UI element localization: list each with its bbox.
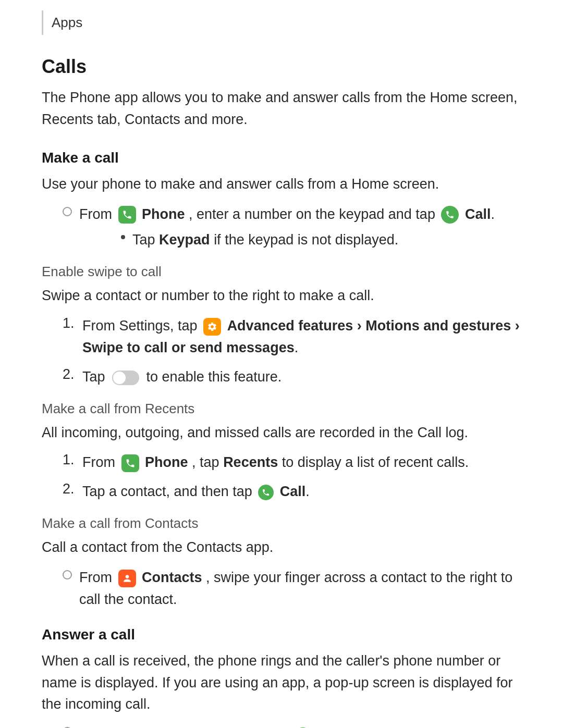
recents-step2-period: . — [305, 484, 310, 499]
sub-bullet-post: if the keypad is not displayed. — [214, 232, 398, 248]
recents-step1: 1. From Phone , tap Recents to display a… — [63, 452, 521, 474]
make-a-call-heading: Make a call — [42, 150, 521, 166]
recents-step1-app: Phone — [145, 454, 188, 470]
intro-text: The Phone app allows you to make and ans… — [42, 87, 521, 131]
swipe-step2: 2. Tap to enable this feature. — [63, 366, 521, 388]
contacts-app-icon — [118, 570, 136, 587]
recents-step1-post: , tap — [192, 454, 219, 470]
step1-number: 1. — [63, 315, 77, 331]
bullet-circle-icon — [63, 207, 72, 216]
contacts-bullet-pre: From — [79, 570, 112, 585]
recents-step1-bold: Recents — [223, 454, 278, 470]
bullet1-pre: From — [79, 206, 112, 222]
bullet1-call-label: Call — [465, 206, 491, 222]
recents-heading: Make a call from Recents — [42, 401, 521, 417]
recents-body: All incoming, outgoing, and missed calls… — [42, 422, 521, 444]
step2-number: 2. — [63, 366, 77, 382]
call-icon-recents-step2 — [258, 485, 274, 500]
step1-content: From Settings, tap Advanced features › M… — [82, 315, 521, 359]
enable-swipe-body: Swipe a contact or number to the right t… — [42, 285, 521, 307]
step2-content: Tap to enable this feature. — [82, 366, 282, 388]
settings-app-icon — [203, 318, 221, 336]
contacts-heading: Make a call from Contacts — [42, 515, 521, 532]
call-icon-green — [441, 206, 459, 224]
contacts-body: Call a contact from the Contacts app. — [42, 537, 521, 559]
contacts-bullet-circle — [63, 570, 72, 579]
sub-bullet-bold: Keypad — [159, 232, 210, 248]
answer-a-call-heading: Answer a call — [42, 626, 521, 643]
make-call-bullet1-content: From Phone , enter a number on the keypa… — [79, 204, 495, 252]
step1-pre: From Settings, tap — [82, 318, 198, 334]
bullet1-period: . — [491, 206, 495, 222]
breadcrumb-text: Apps — [52, 15, 82, 30]
recents-step2: 2. Tap a contact, and then tap Call. — [63, 481, 521, 503]
recents-step1-number: 1. — [63, 452, 77, 468]
bullet1-app-name: Phone — [142, 206, 185, 222]
step2-post: to enable this feature. — [146, 369, 282, 385]
answer-bullet-content: On the incoming call screen, drag Answer… — [79, 724, 521, 728]
recents-step2-number: 2. — [63, 481, 77, 497]
bullet1-post: , enter a number on the keypad and tap — [189, 206, 435, 222]
contacts-app-name: Contacts — [142, 570, 202, 585]
toggle-knob — [113, 372, 126, 384]
sub-bullet-dot — [121, 235, 125, 239]
swipe-step1: 1. From Settings, tap Advanced features … — [63, 315, 521, 359]
recents-step2-call: Call — [280, 484, 306, 499]
page-title: Calls — [42, 56, 521, 78]
make-call-bullet1: From Phone , enter a number on the keypa… — [42, 204, 521, 252]
recents-step2-pre: Tap a contact, and then tap — [82, 484, 252, 499]
phone-app-icon-recents — [121, 454, 139, 472]
enable-swipe-steps: 1. From Settings, tap Advanced features … — [42, 315, 521, 388]
recents-step1-post2: to display a list of recent calls. — [282, 454, 469, 470]
recents-step2-content: Tap a contact, and then tap Call. — [82, 481, 310, 503]
contacts-bullet: From Contacts , swipe your finger across… — [42, 567, 521, 611]
recents-step1-content: From Phone , tap Recents to display a li… — [82, 452, 469, 474]
recents-step1-pre: From — [82, 454, 115, 470]
sub-bullet-content: Tap Keypad if the keypad is not displaye… — [132, 229, 398, 251]
sub-bullet-keypad: Tap Keypad if the keypad is not displaye… — [79, 229, 495, 251]
breadcrumb: Apps — [42, 10, 521, 35]
answer-bullet: On the incoming call screen, drag Answer… — [42, 724, 521, 728]
toggle-icon — [112, 371, 139, 385]
recents-steps: 1. From Phone , tap Recents to display a… — [42, 452, 521, 503]
enable-swipe-heading: Enable swipe to call — [42, 264, 521, 280]
make-a-call-body: Use your phone to make and answer calls … — [42, 174, 521, 195]
step2-pre: Tap — [82, 369, 105, 385]
contacts-bullet-content: From Contacts , swipe your finger across… — [79, 567, 521, 611]
sub-bullet-pre: Tap — [132, 232, 155, 248]
answer-a-call-body: When a call is received, the phone rings… — [42, 650, 521, 716]
phone-app-icon — [118, 206, 136, 224]
step1-period: . — [295, 340, 299, 355]
